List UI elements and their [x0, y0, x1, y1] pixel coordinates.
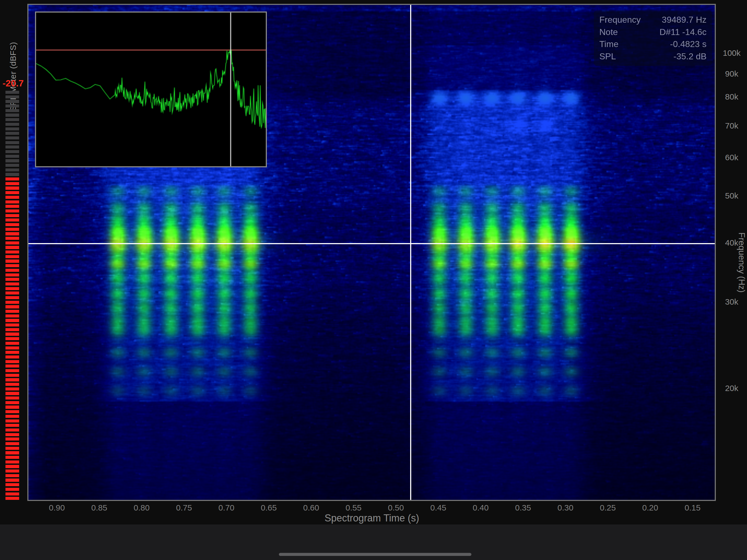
spl-meter-segment	[5, 241, 19, 245]
spl-meter-segment	[5, 429, 19, 432]
info-row: NoteD#11 -14.6c	[599, 26, 706, 38]
spl-meter-segment	[5, 342, 19, 345]
spl-meter-segment	[5, 155, 19, 158]
spl-meter-segment	[5, 104, 19, 107]
spl-meter-segment	[5, 488, 19, 491]
spl-meter-segment	[5, 433, 19, 436]
spl-meter-segment	[5, 264, 19, 267]
time-tick-label: 0.30	[558, 503, 573, 512]
spl-meter-segment	[5, 274, 19, 276]
spl-meter-segment	[5, 474, 19, 477]
spl-level-meter	[5, 91, 19, 502]
spl-meter-segment	[5, 378, 19, 381]
info-label: Note	[599, 27, 618, 37]
spl-meter-segment	[5, 251, 19, 253]
spl-meter-segment	[5, 109, 19, 112]
spl-meter-segment	[5, 406, 19, 408]
spl-meter-segment	[5, 447, 19, 450]
info-label: SPL	[599, 51, 616, 61]
spl-meter-segment	[5, 419, 19, 423]
spl-meter-segment	[5, 401, 19, 404]
spl-meter-segment	[5, 214, 19, 217]
freq-tick-label: 70k	[718, 121, 746, 130]
info-row: SPL-35.2 dB	[599, 50, 706, 62]
spl-meter-segment	[5, 360, 19, 363]
info-row: Frequency39489.7 Hz	[599, 14, 706, 26]
time-tick-label: 0.50	[388, 503, 404, 512]
spl-meter-segment	[5, 332, 19, 335]
cursor-info-panel: Frequency39489.7 HzNoteD#11 -14.6cTime-0…	[594, 10, 712, 66]
spl-meter-segment	[5, 96, 19, 98]
frequency-axis-title: Frequency (Hz)	[737, 232, 747, 293]
info-value: 39489.7 Hz	[662, 15, 706, 25]
freq-tick-label: 60k	[718, 153, 746, 162]
spl-meter-segment	[5, 278, 19, 281]
freq-tick-label: 50k	[718, 191, 746, 200]
spl-meter-segment	[5, 415, 19, 418]
spl-meter-segment	[5, 173, 19, 176]
freq-tick-label: 20k	[718, 384, 746, 393]
spl-meter-segment	[5, 451, 19, 454]
spl-meter-segment	[5, 146, 19, 149]
spl-meter-segment	[5, 397, 19, 400]
spl-meter-segment	[5, 232, 19, 235]
freq-tick-label: 90k	[718, 69, 746, 78]
spl-meter-segment	[5, 424, 19, 427]
time-tick-label: 0.20	[642, 503, 658, 512]
info-value: -35.2 dB	[673, 51, 706, 61]
spl-meter-segment	[5, 196, 19, 199]
spl-meter-segment	[5, 287, 19, 290]
spl-meter-segment	[5, 301, 19, 304]
crosshair-horizontal[interactable]	[28, 243, 715, 244]
spl-meter-segment	[5, 324, 19, 327]
spectrum-inset	[35, 11, 267, 167]
spl-meter-segment	[5, 479, 19, 482]
spl-meter-segment	[5, 113, 19, 117]
time-tick-label: 0.35	[515, 503, 531, 512]
spl-meter-segment	[5, 91, 19, 94]
freq-tick-label: 100k	[718, 48, 746, 58]
spl-meter-segment	[5, 351, 19, 354]
spl-meter-segment	[5, 169, 19, 172]
spl-meter-segment	[5, 150, 19, 153]
spl-meter-segment	[5, 355, 19, 358]
spl-meter-segment	[5, 228, 19, 231]
time-tick-label: 0.25	[600, 503, 616, 512]
spl-meter-segment	[5, 127, 19, 130]
freq-tick-label: 30k	[718, 297, 746, 307]
spl-meter-segment	[5, 209, 19, 212]
spectrum-inset-canvas	[36, 12, 266, 166]
spl-meter-segment	[5, 364, 19, 367]
spl-meter-segment	[5, 164, 19, 167]
spl-meter-segment	[5, 492, 19, 495]
time-tick-label: 0.15	[685, 503, 700, 512]
time-tick-label: 0.60	[303, 503, 319, 512]
time-axis-title: Spectrogram Time (s)	[325, 512, 419, 524]
time-tick-label: 0.85	[91, 503, 107, 512]
time-tick-label: 0.65	[261, 503, 277, 512]
time-tick-label: 0.45	[430, 503, 446, 512]
spl-meter-segment	[5, 123, 19, 126]
spl-meter-segment	[5, 305, 19, 308]
spl-meter-segment	[5, 383, 19, 386]
spl-meter-segment	[5, 328, 19, 331]
spl-meter-segment	[5, 100, 19, 103]
freq-tick-label: 40k	[718, 238, 746, 248]
time-tick-label: 0.70	[218, 503, 234, 512]
spl-meter-segment	[5, 132, 19, 135]
spl-meter-segment	[5, 314, 19, 317]
spl-meter-segment	[5, 369, 19, 372]
spl-meter-segment	[5, 269, 19, 272]
time-tick-label: 0.75	[176, 503, 192, 512]
spl-meter-segment	[5, 255, 19, 258]
spl-meter-segment	[5, 469, 19, 473]
spl-meter-segment	[5, 219, 19, 222]
spl-meter-segment	[5, 118, 19, 121]
crosshair-vertical[interactable]	[410, 5, 411, 500]
spectrogram-plot[interactable]: Frequency39489.7 HzNoteD#11 -14.6cTime-0…	[27, 4, 716, 501]
spl-meter-segment	[5, 374, 19, 377]
home-indicator[interactable]	[279, 553, 471, 556]
freq-tick-label: 80k	[718, 92, 746, 101]
app-screen: SPL Meter (dBFS) -20.7 Frequency39489.7 …	[0, 0, 747, 560]
spl-meter-segment	[5, 291, 19, 295]
